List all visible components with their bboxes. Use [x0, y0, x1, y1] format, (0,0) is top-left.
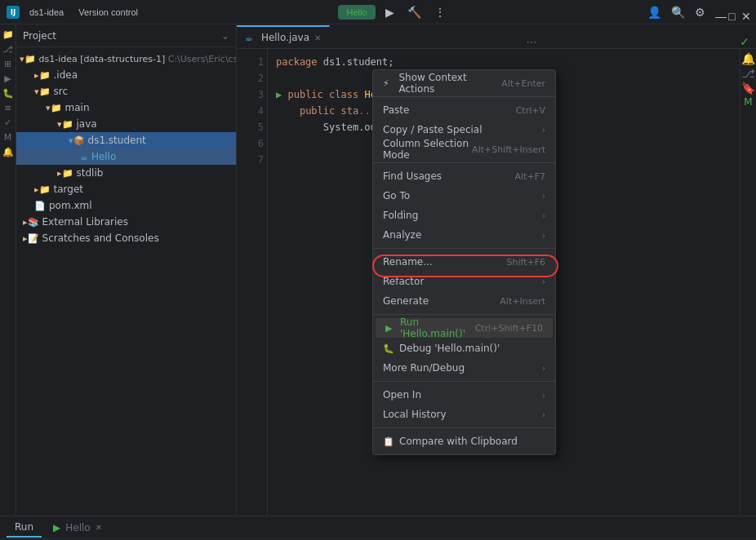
- structure-icon[interactable]: ≡: [2, 101, 15, 114]
- debug-icon[interactable]: 🐛: [2, 86, 15, 100]
- notifications-icon[interactable]: 🔔: [2, 145, 15, 158]
- line-numbers: 1 2 3 4 5 6 7: [237, 49, 268, 516]
- cm-find-usages[interactable]: Find Usages Alt+F7: [373, 166, 555, 186]
- bottom-tab-bar: Run ▶ Hello ✕: [0, 516, 756, 539]
- cm-folding-label: Folding: [383, 210, 418, 221]
- cm-local-history[interactable]: Local History ›: [373, 405, 555, 424]
- more-actions-btn[interactable]: ⋮: [431, 2, 449, 22]
- panel-options[interactable]: ⌄: [221, 30, 229, 42]
- hello-tab[interactable]: ▶ Hello ✕: [45, 518, 110, 538]
- run-config-btn[interactable]: Hello: [338, 5, 375, 20]
- tree-stdlib[interactable]: ▸📁 stdlib: [16, 165, 236, 181]
- cm-goto-label: Go To: [383, 190, 410, 201]
- left-sidebar-icons: 📁 ⎇ ⊞ ▶ 🐛 ≡ ✓ M 🔔: [0, 24, 16, 516]
- cm-paste[interactable]: Paste Ctrl+V: [373, 100, 555, 120]
- cm-sep-3: [373, 248, 555, 249]
- cm-paste-label: Paste: [383, 104, 409, 116]
- app-icon: IJ: [7, 6, 20, 19]
- cm-copy-paste-special[interactable]: Copy / Paste Special ›: [373, 120, 555, 139]
- cm-folding-arrow: ›: [542, 211, 545, 220]
- panel-title: Project: [23, 30, 56, 42]
- tree-idea[interactable]: ▸📁 .idea: [16, 67, 236, 83]
- run-play-icon: ▶: [385, 323, 395, 334]
- profile-btn[interactable]: 👤: [644, 2, 665, 22]
- code-line-1: package ds1.student;: [276, 54, 732, 70]
- cm-debug-hello[interactable]: 🐛 Debug 'Hello.main()': [373, 339, 555, 358]
- maximize-btn[interactable]: □: [725, 7, 736, 18]
- search-btn[interactable]: 🔍: [668, 2, 688, 22]
- hello-java-tab[interactable]: ☕ Hello.java ✕: [237, 25, 330, 48]
- cm-column-selection[interactable]: Column Selection Mode Alt+Shift+Insert: [373, 139, 555, 159]
- close-btn[interactable]: ✕: [738, 7, 749, 18]
- titlebar-right: 👤 🔍 ⚙ — □ ✕: [644, 2, 749, 22]
- context-menu: ⚡ Show Context Actions Alt+Enter Paste C…: [372, 69, 556, 455]
- cm-sep-6: [373, 427, 555, 428]
- todo-icon[interactable]: ✓: [2, 116, 15, 129]
- project-panel: Project ⌄ ▾📁 ds1-idea [data-structures-1…: [16, 24, 237, 516]
- cm-rename-label: Rename...: [383, 256, 433, 268]
- cm-more-run-debug[interactable]: More Run/Debug ›: [373, 358, 555, 378]
- cm-column-label: Column Selection Mode: [383, 138, 472, 161]
- cm-refactor[interactable]: Refactor ›: [373, 272, 555, 291]
- debug-play-icon: 🐛: [383, 343, 394, 354]
- tab-icon: ☕: [245, 33, 253, 43]
- panel-header: Project ⌄: [16, 24, 236, 47]
- git-gutter[interactable]: ⎇: [741, 67, 754, 80]
- bookmark-icon[interactable]: 🔖: [741, 82, 755, 95]
- tree-ext-libs[interactable]: ▸📚 External Libraries: [16, 214, 236, 230]
- run-icon[interactable]: ▶: [2, 72, 15, 85]
- git-icon[interactable]: ⎇: [2, 42, 15, 55]
- tree-target[interactable]: ▸📁 target: [16, 181, 236, 197]
- tree-scratches[interactable]: ▸📝 Scratches and Consoles: [16, 230, 236, 246]
- cm-folding[interactable]: Folding ›: [373, 206, 555, 225]
- tree-package[interactable]: ▾📦 ds1.student: [16, 132, 236, 148]
- bottom-panel: Run ▶ Hello ✕ ↺ ■ ⤢ 📌 ⋮ C:\Users\Eric\.j…: [0, 516, 756, 540]
- notifications-bell[interactable]: 🔔: [741, 52, 755, 65]
- cm-sep-5: [373, 381, 555, 382]
- build-button[interactable]: 🔨: [404, 2, 425, 22]
- cm-show-context-label: Show Context Actions: [398, 72, 501, 95]
- cm-open-in-arrow: ›: [542, 391, 545, 400]
- cm-find-shortcut: Alt+F7: [515, 171, 545, 182]
- tree-main[interactable]: ▾📁 main: [16, 100, 236, 116]
- run-button[interactable]: ▶: [382, 2, 398, 22]
- cm-show-context[interactable]: ⚡ Show Context Actions Alt+Enter: [373, 73, 555, 93]
- cm-rename-shortcut: Shift+F6: [506, 257, 545, 268]
- settings-btn[interactable]: ⚙: [692, 2, 709, 22]
- hello-tab-close[interactable]: ✕: [96, 523, 102, 532]
- project-dropdown[interactable]: ds1-idea: [24, 6, 69, 19]
- cm-find-label: Find Usages: [383, 170, 442, 182]
- cm-column-shortcut: Alt+Shift+Insert: [472, 144, 545, 155]
- cm-go-to[interactable]: Go To ›: [373, 186, 555, 206]
- cm-refactor-arrow: ›: [542, 277, 545, 286]
- tab-more-btn[interactable]: ⋯: [519, 35, 544, 48]
- cm-run-hello[interactable]: ▶ Run 'Hello.main()' Ctrl+Shift+F10: [376, 318, 553, 338]
- tree-pom[interactable]: 📄 pom.xml: [16, 197, 236, 214]
- cm-open-in-label: Open In: [383, 389, 421, 401]
- cm-copy-paste-arrow: ›: [542, 126, 545, 135]
- cm-analyze[interactable]: Analyze ›: [373, 225, 555, 245]
- title-bar: IJ ds1-idea Version control Hello ▶ 🔨 ⋮ …: [0, 0, 756, 24]
- terminal-icon[interactable]: ⊞: [2, 57, 15, 70]
- tree-hello-class[interactable]: ☕ Hello: [16, 148, 236, 165]
- folder-icon[interactable]: 📁: [2, 28, 15, 41]
- tree-root[interactable]: ▾📁 ds1-idea [data-structures-1] C:\Users…: [16, 51, 236, 67]
- cm-more-run-label: More Run/Debug: [383, 362, 465, 374]
- cm-compare-clipboard[interactable]: 📋 Compare with Clipboard: [373, 432, 555, 451]
- cm-open-in[interactable]: Open In ›: [373, 385, 555, 405]
- hello-tab-label: Hello: [65, 522, 90, 533]
- tree-src[interactable]: ▾📁 src: [16, 83, 236, 100]
- run-tab[interactable]: Run: [7, 518, 42, 538]
- tree-java[interactable]: ▾📁 java: [16, 116, 236, 132]
- minimize-btn[interactable]: —: [712, 7, 723, 18]
- cm-paste-shortcut: Ctrl+V: [516, 105, 545, 116]
- cm-generate[interactable]: Generate Alt+Insert: [373, 291, 555, 311]
- maven-icon[interactable]: M: [2, 131, 15, 144]
- run-tab-label: Run: [15, 521, 33, 533]
- cm-copy-paste-label: Copy / Paste Special: [383, 124, 483, 135]
- tab-close-btn[interactable]: ✕: [314, 33, 321, 42]
- cm-run-label: Run 'Hello.main()': [400, 316, 475, 339]
- context-action-icon: ⚡: [383, 78, 394, 89]
- cm-rename[interactable]: Rename... Shift+F6: [373, 252, 555, 272]
- version-control-btn[interactable]: Version control: [73, 6, 143, 19]
